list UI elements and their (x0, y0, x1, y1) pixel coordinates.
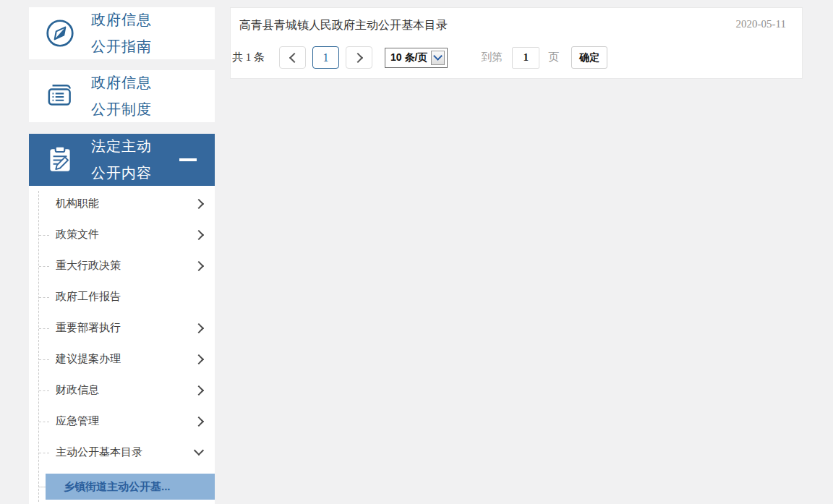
list-item[interactable]: 高青县青城镇人民政府主动公开基本目录 2020-05-11 (231, 8, 802, 33)
goto-page-prefix-label: 到第 (481, 51, 503, 64)
page-size-value: 10 条/页 (390, 51, 427, 64)
submenu-item-disclosure-catalog[interactable]: 主动公开基本目录 (29, 437, 215, 468)
submenu-item-label: 乡镇街道主动公开基... (64, 480, 171, 494)
list-item-date: 2020-05-11 (736, 18, 786, 30)
submenu-item-label: 应急管理 (56, 414, 99, 428)
submenu: 机构职能 政策文件 重大行政决策 政府工作报告 重要部署执行 建议提案办理 财政… (29, 186, 215, 504)
book-icon (29, 80, 91, 113)
chevron-right-icon (352, 52, 362, 62)
page-1-button[interactable]: 1 (312, 46, 339, 69)
chevron-left-icon (289, 52, 299, 62)
chevron-right-icon (194, 198, 204, 208)
submenu-item-label: 建议提案办理 (56, 352, 121, 366)
sidebar-item-label: 政府信息 公开指南 (91, 7, 152, 60)
prev-page-button[interactable] (279, 46, 306, 69)
submenu-item-label: 财政信息 (56, 383, 99, 397)
next-page-button[interactable] (346, 46, 372, 69)
minus-icon[interactable] (179, 158, 197, 161)
chevron-right-icon (194, 323, 204, 333)
sidebar: 政府信息 公开指南 政府信息 公开制度 法定主动 (29, 7, 215, 504)
chevron-right-icon (194, 260, 204, 270)
submenu-item-label: 政策文件 (56, 228, 99, 242)
goto-page-input[interactable] (512, 47, 539, 69)
submenu-item-label: 机构职能 (56, 197, 99, 210)
submenu-item-label: 政府工作报告 (56, 290, 121, 304)
submenu-item-policy-documents[interactable]: 政策文件 (29, 219, 215, 250)
chevron-right-icon (194, 416, 204, 426)
chevron-right-icon (194, 354, 204, 364)
submenu-item-org-functions[interactable]: 机构职能 (29, 188, 215, 219)
clipboard-pen-icon (29, 143, 91, 176)
submenu-item-emergency-mgmt[interactable]: 应急管理 (29, 406, 215, 437)
sidebar-item-label: 政府信息 公开制度 (91, 69, 152, 123)
submenu-item-key-deployments[interactable]: 重要部署执行 (29, 312, 215, 343)
list-item-title[interactable]: 高青县青城镇人民政府主动公开基本目录 (239, 18, 448, 33)
submenu-item-major-decisions[interactable]: 重大行政决策 (29, 250, 215, 281)
submenu-item-gov-work-report[interactable]: 政府工作报告 (29, 281, 215, 312)
chevron-right-icon (194, 229, 204, 239)
content-panel: 高青县青城镇人民政府主动公开基本目录 2020-05-11 共 1 条 1 10… (230, 7, 803, 79)
goto-page-suffix-label: 页 (548, 51, 559, 64)
compass-icon (29, 17, 91, 50)
submenu-item-label: 重要部署执行 (56, 321, 121, 335)
select-dropdown-arrow-icon[interactable] (431, 51, 445, 65)
chevron-down-icon (194, 445, 204, 456)
total-count-label: 共 1 条 (232, 51, 265, 64)
pagination-bar: 共 1 条 1 10 条/页 到第 页 确定 (231, 46, 802, 69)
submenu-item-township-disclosure-active[interactable]: 乡镇街道主动公开基... (46, 474, 215, 500)
sidebar-item-gov-info-system[interactable]: 政府信息 公开制度 (29, 70, 215, 122)
submenu-item-label: 主动公开基本目录 (56, 445, 142, 459)
chevron-right-icon (194, 385, 204, 395)
submenu-item-fiscal-info[interactable]: 财政信息 (29, 375, 215, 406)
submenu-item-proposals-handling[interactable]: 建议提案办理 (29, 343, 215, 375)
sidebar-item-legal-disclosure[interactable]: 法定主动 公开内容 (29, 134, 215, 186)
sidebar-item-gov-info-guide[interactable]: 政府信息 公开指南 (29, 7, 215, 59)
page-size-select[interactable]: 10 条/页 (385, 48, 448, 68)
sidebar-item-label: 法定主动 公开内容 (91, 133, 152, 187)
goto-confirm-button[interactable]: 确定 (571, 46, 607, 69)
submenu-item-label: 重大行政决策 (56, 259, 121, 273)
